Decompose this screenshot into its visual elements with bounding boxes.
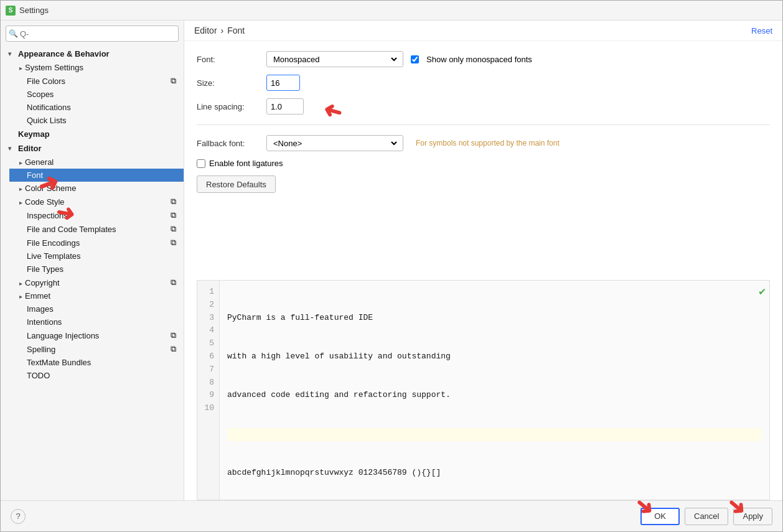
- sidebar-item-live-templates[interactable]: Live Templates: [9, 250, 184, 263]
- main-content: 🔍 ▾ Appearance & Behavior ▸System Settin…: [1, 21, 782, 500]
- appearance-section: ▾ Appearance & Behavior ▸System Settings…: [1, 47, 184, 127]
- sidebar-item-keymap[interactable]: Keymap: [1, 127, 184, 141]
- sidebar-item-copyright[interactable]: ▸Copyright ⧉: [9, 276, 184, 289]
- bottom-bar: ? OK Cancel Apply: [1, 500, 782, 531]
- arrow-icon: ▸: [19, 199, 22, 206]
- line-spacing-input[interactable]: [266, 98, 304, 114]
- size-row: Size:: [197, 75, 770, 91]
- arrow-icon: ▸: [19, 159, 22, 166]
- sidebar-item-code-style[interactable]: ▸Code Style ⧉: [9, 195, 184, 208]
- apply-button[interactable]: Apply: [733, 508, 772, 525]
- reset-link[interactable]: Reset: [751, 26, 772, 35]
- font-dropdown[interactable]: Monospaced Courier New Consolas Fira Cod…: [266, 51, 403, 67]
- sidebar-item-scopes[interactable]: Scopes: [9, 88, 184, 101]
- ok-button[interactable]: OK: [640, 508, 680, 525]
- preview-line: with a high level of usability and outst…: [227, 350, 762, 363]
- sidebar-item-emmet[interactable]: ▸Emmet: [9, 289, 184, 302]
- line-number: 4: [204, 324, 214, 337]
- ligatures-checkbox[interactable]: [197, 159, 205, 168]
- titlebar: S Settings: [1, 1, 782, 21]
- fallback-select[interactable]: <None>: [271, 138, 399, 149]
- copy-icon: ⧉: [171, 210, 176, 220]
- line-number: 9: [204, 389, 214, 402]
- line-number: 7: [204, 363, 214, 376]
- chevron-down-icon: ▾: [8, 50, 16, 57]
- search-box: 🔍: [6, 26, 179, 42]
- line-numbers: 1 2 3 4 5 6 7 8 9 10: [197, 281, 220, 500]
- font-row: Font: Monospaced Courier New Consolas Fi…: [197, 51, 770, 67]
- copy-icon: ⧉: [171, 330, 176, 340]
- sidebar-item-spelling[interactable]: Spelling ⧉: [9, 342, 184, 356]
- arrow-icon: ▸: [19, 185, 22, 192]
- fallback-hint: For symbols not supported by the main fo…: [416, 139, 560, 147]
- monospaced-checkbox[interactable]: [411, 55, 419, 63]
- sidebar-item-color-scheme[interactable]: ▸Color Scheme: [9, 182, 184, 195]
- line-number: 8: [204, 376, 214, 390]
- line-number: 6: [204, 350, 214, 363]
- breadcrumb: Editor › Font: [194, 26, 245, 35]
- action-buttons: OK Cancel Apply: [640, 508, 772, 525]
- breadcrumb-separator: ›: [221, 26, 224, 35]
- sidebar-item-notifications[interactable]: Notifications: [9, 101, 184, 114]
- divider: [197, 124, 770, 125]
- line-number: 2: [204, 299, 214, 312]
- preview-line: advanced code editing and refactoring su…: [227, 389, 762, 402]
- preview-line: abcdefghijklmnopqrstuvwxyz 0123456789 ()…: [227, 467, 762, 480]
- breadcrumb-current: Font: [227, 26, 245, 35]
- restore-row: Restore Defaults: [197, 175, 770, 193]
- arrow-icon: ▸: [19, 280, 22, 287]
- search-input[interactable]: [6, 26, 179, 42]
- sidebar-item-label: Appearance & Behavior: [18, 49, 110, 58]
- copy-icon: ⧉: [171, 76, 176, 86]
- sidebar-item-system-settings[interactable]: ▸System Settings: [9, 61, 184, 74]
- line-spacing-label: Line spacing:: [197, 102, 259, 111]
- sidebar-item-font[interactable]: Font: [9, 169, 184, 182]
- keymap-section: Keymap: [1, 127, 184, 141]
- sidebar-item-label: Editor: [18, 144, 42, 153]
- arrow-icon: ▸: [19, 65, 22, 72]
- line-number: 10: [204, 402, 214, 415]
- settings-window: S Settings 🔍 ▾ Appearance & Behavior ▸Sy…: [0, 0, 783, 532]
- window-title: Settings: [19, 6, 49, 15]
- sidebar-item-inspections[interactable]: Inspections ⧉: [9, 208, 184, 222]
- sidebar-item-quick-lists[interactable]: Quick Lists: [9, 114, 184, 127]
- breadcrumb-parent: Editor: [194, 26, 217, 35]
- sidebar-item-language-injections[interactable]: Language Injections ⧉: [9, 329, 184, 342]
- search-icon: 🔍: [9, 29, 18, 38]
- check-icon: ✔: [759, 284, 766, 298]
- sidebar-item-file-types[interactable]: File Types: [9, 263, 184, 276]
- restore-defaults-button[interactable]: Restore Defaults: [197, 175, 276, 193]
- sidebar-item-file-colors[interactable]: File Colors ⧉: [9, 74, 184, 88]
- sidebar-item-general[interactable]: ▸General: [9, 156, 184, 169]
- panel-body: Font: Monospaced Courier New Consolas Fi…: [184, 41, 782, 280]
- arrow-icon: ▸: [19, 293, 22, 300]
- sidebar-item-todo[interactable]: TODO: [9, 369, 184, 382]
- fallback-label: Fallback font:: [197, 139, 259, 148]
- app-icon: S: [6, 6, 16, 16]
- sidebar-item-file-code-templates[interactable]: File and Code Templates ⧉: [9, 222, 184, 236]
- copy-icon: ⧉: [171, 344, 176, 354]
- panel-header: Editor › Font Reset: [184, 21, 782, 41]
- size-label: Size:: [197, 78, 259, 88]
- sidebar-item-intentions[interactable]: Intentions: [9, 315, 184, 329]
- size-input[interactable]: [266, 75, 300, 91]
- line-number: 1: [204, 286, 214, 299]
- line-number: 3: [204, 312, 214, 325]
- copy-icon: ⧉: [171, 224, 176, 234]
- preview-line: PyCharm is a full-featured IDE: [227, 312, 762, 325]
- line-spacing-row: Line spacing:: [197, 98, 770, 114]
- ligatures-row: Enable font ligatures: [197, 159, 770, 168]
- sidebar-item-textmate-bundles[interactable]: TextMate Bundles: [9, 356, 184, 369]
- help-button[interactable]: ?: [11, 509, 26, 524]
- cancel-button[interactable]: Cancel: [685, 508, 728, 525]
- fallback-row: Fallback font: <None> For symbols not su…: [197, 135, 770, 151]
- sidebar-item-editor[interactable]: ▾ Editor: [1, 141, 184, 156]
- sidebar-item-appearance[interactable]: ▾ Appearance & Behavior: [1, 47, 184, 61]
- sidebar-item-file-encodings[interactable]: File Encodings ⧉: [9, 236, 184, 250]
- font-select[interactable]: Monospaced Courier New Consolas Fira Cod…: [271, 54, 399, 65]
- line-number: 5: [204, 337, 214, 350]
- fallback-dropdown[interactable]: <None>: [266, 135, 403, 151]
- sidebar-item-images[interactable]: Images: [9, 302, 184, 315]
- appearance-children: ▸System Settings File Colors ⧉ Scopes No…: [1, 61, 184, 127]
- editor-children: ▸General Font ▸Color Scheme ▸Code Style …: [1, 156, 184, 382]
